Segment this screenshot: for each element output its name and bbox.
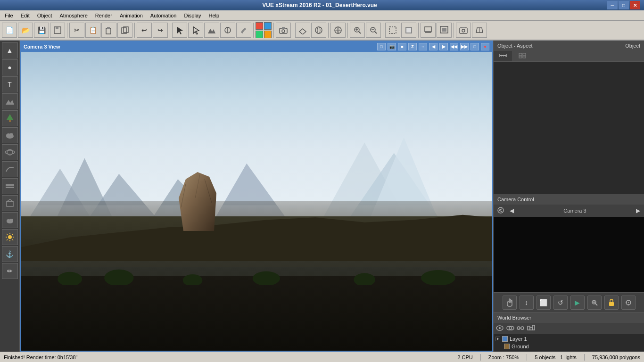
layer1-color-box: [502, 336, 508, 342]
redo-button[interactable]: ↪: [153, 23, 168, 38]
sun-light-tool[interactable]: [2, 229, 18, 245]
menu-render[interactable]: Render: [91, 10, 116, 20]
wb-icon4[interactable]: [527, 325, 535, 333]
open-button[interactable]: 📂: [18, 23, 33, 38]
color2-swatch[interactable]: [264, 22, 272, 30]
view-btn-prev-fast[interactable]: ◀◀: [450, 43, 458, 50]
objects-label: 5 objects - 1 lights: [535, 354, 577, 360]
view-btn-window[interactable]: □: [377, 43, 386, 50]
view-btn-record[interactable]: ●: [481, 43, 489, 50]
move-vertical-btn[interactable]: ↕: [520, 296, 534, 310]
view-btn-next-fast[interactable]: ▶▶: [460, 43, 469, 50]
menu-file[interactable]: File: [1, 10, 17, 20]
svg-rect-98: [609, 302, 614, 306]
menu-display[interactable]: Display: [180, 10, 205, 20]
tab-aspect[interactable]: [494, 51, 513, 61]
wb-icon3[interactable]: [516, 325, 525, 333]
planet-add-tool[interactable]: [2, 144, 18, 160]
render-region-button[interactable]: [385, 23, 400, 38]
wb-icon1[interactable]: [495, 325, 504, 333]
svg-rect-45: [6, 184, 14, 186]
anchor-tool[interactable]: ⚓: [2, 246, 18, 262]
menu-automation[interactable]: Automation: [147, 10, 181, 20]
framing-btn[interactable]: ⬜: [537, 296, 551, 310]
camera-button[interactable]: [276, 23, 291, 38]
object-tool[interactable]: [2, 195, 18, 211]
camera-ctrl-prev-icon[interactable]: [495, 206, 506, 216]
svg-rect-89: [519, 56, 522, 58]
color3-swatch[interactable]: [256, 31, 263, 38]
minimize-button[interactable]: ─: [607, 1, 618, 9]
play-btn[interactable]: ▶: [570, 296, 585, 310]
tab-object-2[interactable]: [513, 51, 532, 61]
paste-button[interactable]: [101, 23, 116, 38]
zoom-in-button[interactable]: [350, 23, 365, 38]
cloud-add-tool[interactable]: [2, 127, 18, 143]
menu-object[interactable]: Object: [33, 10, 56, 20]
preview-large-button[interactable]: [437, 23, 452, 38]
view-btn-expand[interactable]: □: [471, 43, 479, 50]
object-place-button[interactable]: [220, 23, 235, 38]
camera-ctrl-forward-btn[interactable]: ▶: [634, 206, 642, 215]
select-tool-button[interactable]: [172, 23, 187, 38]
lock-btn[interactable]: [604, 296, 619, 310]
plane-button[interactable]: [295, 23, 310, 38]
mountain-add-tool[interactable]: [2, 93, 18, 109]
menu-bar: File Edit Object Atmosphere Render Anima…: [0, 10, 644, 21]
brush-tool[interactable]: ✏: [2, 263, 18, 279]
move-tool-button[interactable]: [188, 23, 203, 38]
color1-swatch[interactable]: [256, 22, 263, 30]
undo-button[interactable]: ↩: [137, 23, 152, 38]
text-tool[interactable]: T: [2, 76, 18, 92]
tree-add-tool[interactable]: [2, 110, 18, 126]
svg-rect-88: [523, 53, 526, 56]
target-btn[interactable]: [621, 296, 636, 310]
view-btn-next[interactable]: ▶: [439, 43, 448, 50]
layer-row-ground[interactable]: Ground: [495, 343, 642, 350]
hand-tool-btn[interactable]: [503, 296, 517, 310]
save-button[interactable]: 💾: [34, 23, 49, 38]
saveas-button[interactable]: [50, 23, 65, 38]
maximize-button[interactable]: □: [619, 1, 629, 9]
toolbar-separator-8: [347, 23, 348, 38]
copy-button[interactable]: 📋: [85, 23, 100, 38]
view-btn-prev[interactable]: ◀: [429, 43, 438, 50]
zoom-btn[interactable]: [587, 296, 602, 310]
menu-atmosphere[interactable]: Atmosphere: [56, 10, 91, 20]
zoom-out-button[interactable]: [366, 23, 381, 38]
window-controls[interactable]: ─ □ ✕: [607, 1, 640, 9]
layer-row-layer1[interactable]: Layer 1: [495, 335, 642, 343]
circle-tool[interactable]: ●: [2, 59, 18, 75]
terrain-button[interactable]: [204, 23, 219, 38]
cut-button[interactable]: ✂: [69, 23, 84, 38]
view-btn-camera-icon[interactable]: 📷: [388, 43, 396, 50]
paint-button[interactable]: [236, 23, 251, 38]
svg-point-42: [9, 133, 13, 137]
preview-small-button[interactable]: [421, 23, 436, 38]
render-final-button[interactable]: [401, 23, 416, 38]
cloud2-tool[interactable]: [2, 212, 18, 228]
globe-button[interactable]: [330, 23, 346, 38]
camera-view-content: [21, 52, 492, 351]
menu-animation[interactable]: Animation: [116, 10, 147, 20]
arrow-up-tool[interactable]: ▲: [2, 42, 18, 58]
view-btn-link[interactable]: ↔: [419, 43, 427, 50]
menu-edit[interactable]: Edit: [17, 10, 33, 20]
path-add-tool[interactable]: [2, 161, 18, 177]
color4-swatch[interactable]: [264, 31, 272, 38]
layer-tool[interactable]: [2, 178, 18, 194]
rock-svg: [176, 170, 219, 231]
view-btn-z[interactable]: Z: [408, 43, 417, 50]
extra-button[interactable]: [472, 23, 487, 38]
close-button[interactable]: ✕: [630, 1, 640, 9]
svg-marker-7: [193, 27, 199, 34]
duplicate-button[interactable]: [117, 23, 132, 38]
sphere-button[interactable]: [311, 23, 326, 38]
view-btn-mode[interactable]: ■: [398, 43, 406, 50]
menu-help[interactable]: Help: [205, 10, 223, 20]
rotate-btn[interactable]: ↺: [553, 296, 568, 310]
new-button[interactable]: 📄: [2, 23, 17, 38]
camera-ctrl-back-btn[interactable]: ◀: [508, 206, 516, 215]
wb-icon2[interactable]: [506, 325, 514, 333]
photo-button[interactable]: [456, 23, 471, 38]
